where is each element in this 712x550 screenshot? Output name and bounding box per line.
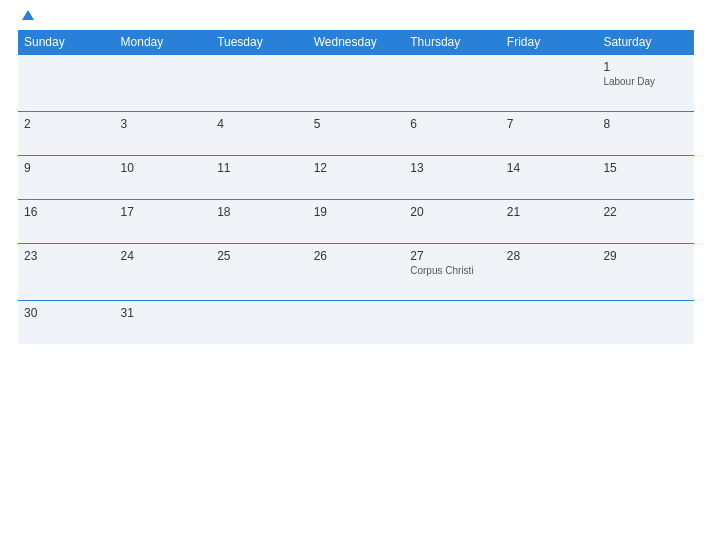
day-number: 11 [217, 161, 302, 175]
day-number: 10 [121, 161, 206, 175]
day-number: 25 [217, 249, 302, 263]
weekday-header-wednesday: Wednesday [308, 30, 405, 55]
calendar-cell: 13 [404, 156, 501, 200]
weekday-header-monday: Monday [115, 30, 212, 55]
calendar-cell [404, 55, 501, 112]
calendar-cell [501, 301, 598, 345]
week-row-6: 3031 [18, 301, 694, 345]
calendar-cell: 20 [404, 200, 501, 244]
calendar-cell: 7 [501, 112, 598, 156]
calendar-cell: 6 [404, 112, 501, 156]
calendar-container: SundayMondayTuesdayWednesdayThursdayFrid… [0, 0, 712, 550]
weekday-header-saturday: Saturday [597, 30, 694, 55]
calendar-cell: 31 [115, 301, 212, 345]
calendar-cell: 10 [115, 156, 212, 200]
day-number: 18 [217, 205, 302, 219]
calendar-table: SundayMondayTuesdayWednesdayThursdayFrid… [18, 30, 694, 344]
logo-triangle-icon [22, 10, 34, 20]
calendar-cell: 30 [18, 301, 115, 345]
calendar-cell: 29 [597, 244, 694, 301]
day-number: 13 [410, 161, 495, 175]
calendar-cell: 11 [211, 156, 308, 200]
day-number: 20 [410, 205, 495, 219]
day-number: 21 [507, 205, 592, 219]
calendar-cell [501, 55, 598, 112]
day-number: 2 [24, 117, 109, 131]
day-number: 3 [121, 117, 206, 131]
calendar-cell: 19 [308, 200, 405, 244]
holiday-label: Corpus Christi [410, 265, 495, 276]
calendar-cell [211, 301, 308, 345]
calendar-cell: 9 [18, 156, 115, 200]
day-number: 30 [24, 306, 109, 320]
day-number: 5 [314, 117, 399, 131]
calendar-cell: 4 [211, 112, 308, 156]
day-number: 12 [314, 161, 399, 175]
day-number: 26 [314, 249, 399, 263]
calendar-cell: 26 [308, 244, 405, 301]
day-number: 15 [603, 161, 688, 175]
week-row-5: 2324252627Corpus Christi2829 [18, 244, 694, 301]
calendar-header [18, 10, 694, 22]
calendar-cell [115, 55, 212, 112]
calendar-cell: 24 [115, 244, 212, 301]
day-number: 22 [603, 205, 688, 219]
calendar-cell [308, 55, 405, 112]
day-number: 27 [410, 249, 495, 263]
day-number: 31 [121, 306, 206, 320]
day-number: 9 [24, 161, 109, 175]
calendar-cell: 8 [597, 112, 694, 156]
calendar-cell: 5 [308, 112, 405, 156]
calendar-cell: 17 [115, 200, 212, 244]
calendar-cell: 28 [501, 244, 598, 301]
calendar-cell: 25 [211, 244, 308, 301]
day-number: 4 [217, 117, 302, 131]
calendar-cell [308, 301, 405, 345]
day-number: 1 [603, 60, 688, 74]
weekday-header-thursday: Thursday [404, 30, 501, 55]
calendar-cell: 16 [18, 200, 115, 244]
weekday-header-tuesday: Tuesday [211, 30, 308, 55]
calendar-cell: 14 [501, 156, 598, 200]
calendar-cell: 2 [18, 112, 115, 156]
calendar-cell: 23 [18, 244, 115, 301]
calendar-cell [211, 55, 308, 112]
calendar-cell: 3 [115, 112, 212, 156]
weekday-header-sunday: Sunday [18, 30, 115, 55]
calendar-cell: 27Corpus Christi [404, 244, 501, 301]
calendar-cell: 15 [597, 156, 694, 200]
day-number: 29 [603, 249, 688, 263]
calendar-cell: 12 [308, 156, 405, 200]
day-number: 24 [121, 249, 206, 263]
day-number: 7 [507, 117, 592, 131]
calendar-cell: 1Labour Day [597, 55, 694, 112]
week-row-2: 2345678 [18, 112, 694, 156]
calendar-cell [597, 301, 694, 345]
calendar-cell: 18 [211, 200, 308, 244]
day-number: 14 [507, 161, 592, 175]
holiday-label: Labour Day [603, 76, 688, 87]
calendar-cell [404, 301, 501, 345]
day-number: 6 [410, 117, 495, 131]
week-row-1: 1Labour Day [18, 55, 694, 112]
logo [18, 10, 34, 22]
day-number: 23 [24, 249, 109, 263]
week-row-3: 9101112131415 [18, 156, 694, 200]
week-row-4: 16171819202122 [18, 200, 694, 244]
calendar-cell: 22 [597, 200, 694, 244]
calendar-cell: 21 [501, 200, 598, 244]
day-number: 19 [314, 205, 399, 219]
day-number: 17 [121, 205, 206, 219]
calendar-cell [18, 55, 115, 112]
weekday-header-friday: Friday [501, 30, 598, 55]
day-number: 8 [603, 117, 688, 131]
day-number: 16 [24, 205, 109, 219]
weekday-header-row: SundayMondayTuesdayWednesdayThursdayFrid… [18, 30, 694, 55]
day-number: 28 [507, 249, 592, 263]
